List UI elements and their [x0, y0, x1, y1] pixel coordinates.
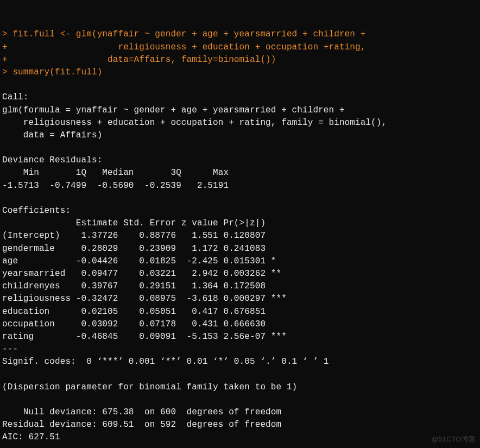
call-line: glm(formula = ynaffair ~ gender + age + … [2, 105, 350, 115]
call-header: Call: [2, 92, 29, 102]
watermark: @51CTO博客 [431, 434, 476, 445]
residual-deviance: Residual deviance: 609.51 on 592 degrees… [2, 420, 281, 430]
terminal[interactable]: > fit.full <- glm(ynaffair ~ gender + ag… [2, 28, 478, 448]
coef-row-education: education 0.02105 0.05051 0.417 0.676851 [2, 307, 287, 317]
coef-row-intercept: (Intercept) 1.37726 0.88776 1.551 0.1208… [2, 231, 287, 241]
r-input-line: summary(fit.full) [12, 67, 102, 77]
coef-row-childrenyes: childrenyes 0.39767 0.29151 1.364 0.1725… [2, 281, 287, 291]
r-continuation-prompt: + [2, 55, 12, 65]
coef-row-rating: rating -0.46845 0.09091 -5.153 2.56e-07 … [2, 332, 287, 342]
dispersion-line: (Dispersion parameter for binomial famil… [2, 382, 297, 392]
coef-sep: --- [2, 344, 18, 354]
r-continuation-prompt: + [2, 42, 12, 52]
coef-row-age: age -0.04426 0.01825 -2.425 0.015301 * [2, 256, 287, 266]
r-input-line: religiousness + education + occupation +… [12, 42, 365, 52]
null-deviance: Null deviance: 675.38 on 600 degrees of … [2, 407, 281, 417]
r-input-line: fit.full <- glm(ynaffair ~ gender + age … [12, 29, 365, 39]
coef-row-occupation: occupation 0.03092 0.07178 0.431 0.66663… [2, 319, 287, 329]
r-prompt: > [2, 67, 12, 77]
call-line: data = Affairs) [2, 130, 102, 140]
coef-colhead: Estimate Std. Error z value Pr(>|z|) [2, 218, 287, 228]
signif-codes: Signif. codes: 0 ‘***’ 0.001 ‘**’ 0.01 ‘… [2, 357, 329, 367]
devres-values: -1.5713 -0.7499 -0.5690 -0.2539 2.5191 [2, 181, 239, 191]
coef-row-gendermale: gendermale 0.28029 0.23909 1.172 0.24108… [2, 244, 287, 254]
r-prompt: > [2, 29, 12, 39]
coef-row-yearsmarried: yearsmarried 0.09477 0.03221 2.942 0.003… [2, 269, 287, 279]
devres-labels: Min 1Q Median 3Q Max [2, 168, 239, 178]
coef-row-religiousness: religiousness -0.32472 0.08975 -3.618 0.… [2, 294, 287, 304]
r-input-line: data=Affairs, family=binomial()) [12, 55, 276, 65]
call-line: religiousness + education + occupation +… [2, 118, 392, 128]
coef-header: Coefficients: [2, 206, 71, 216]
aic-line: AIC: 627.51 [2, 432, 60, 442]
devres-header: Deviance Residuals: [2, 155, 108, 165]
